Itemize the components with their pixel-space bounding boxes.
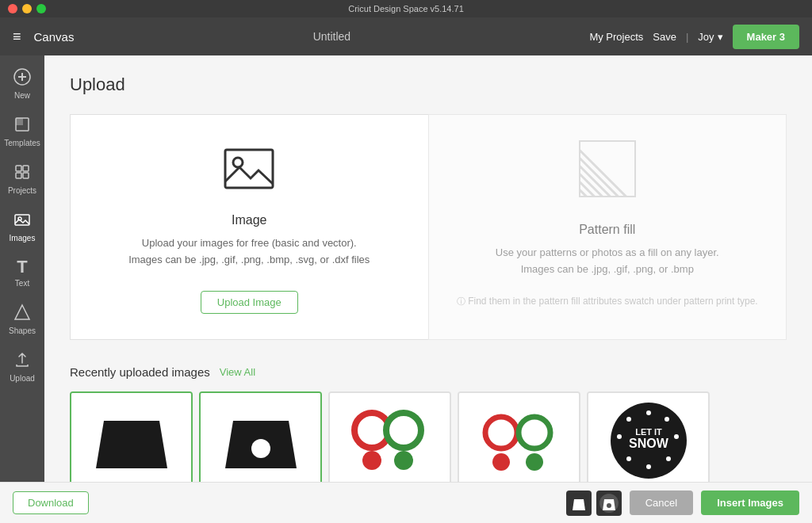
- svg-point-27: [665, 417, 669, 422]
- svg-point-22: [519, 417, 550, 449]
- svg-point-13: [233, 158, 243, 167]
- recently-title: Recently uploaded images: [70, 365, 210, 379]
- download-button[interactable]: Download: [13, 491, 89, 514]
- sidebar-text-label: Text: [15, 279, 29, 288]
- app-title: Cricut Design Space v5.14.71: [348, 4, 464, 13]
- fullscreen-button[interactable]: [36, 4, 46, 13]
- svg-point-31: [626, 456, 631, 461]
- hamburger-button[interactable]: ≡: [13, 29, 21, 45]
- svg-point-16: [251, 439, 270, 458]
- header-right: My Projects Save | Joy ▾ Maker 3: [589, 25, 799, 49]
- minimize-button[interactable]: [22, 4, 32, 13]
- svg-rect-9: [15, 215, 29, 225]
- svg-point-20: [394, 451, 413, 470]
- cancel-button[interactable]: Cancel: [630, 491, 693, 515]
- image-panel-icon: [220, 140, 278, 200]
- sidebar-projects-label: Projects: [8, 186, 36, 195]
- svg-point-26: [646, 410, 651, 415]
- page-title: Upload: [70, 74, 787, 95]
- svg-text:SNOW: SNOW: [629, 437, 669, 450]
- svg-marker-11: [15, 305, 29, 319]
- pattern-fill-panel: Pattern fill Use your patterns or photos…: [428, 114, 787, 340]
- sidebar-templates-label: Templates: [4, 139, 40, 147]
- image-panel-title: Image: [232, 213, 266, 227]
- content-area: Upload Image Upload your images for free: [44, 55, 812, 523]
- svg-point-19: [362, 451, 381, 470]
- my-projects-button[interactable]: My Projects: [589, 31, 643, 43]
- main-layout: New Templates: [0, 55, 812, 523]
- sidebar: New Templates: [0, 55, 44, 523]
- svg-marker-14: [96, 421, 167, 468]
- svg-rect-4: [16, 118, 23, 125]
- shapes-icon: [13, 303, 31, 323]
- view-all-link[interactable]: View All: [220, 366, 255, 378]
- save-button[interactable]: Save: [653, 31, 676, 43]
- svg-point-23: [492, 453, 510, 471]
- selected-thumb-2: [596, 491, 622, 516]
- projects-icon: [13, 163, 31, 183]
- svg-marker-37: [573, 499, 585, 510]
- app-header: ≡ Canvas Untitled My Projects Save | Joy…: [0, 17, 812, 55]
- image-upload-panel: Image Upload your images for free (basic…: [70, 114, 428, 340]
- svg-rect-6: [23, 166, 29, 171]
- svg-rect-7: [16, 173, 21, 178]
- new-icon: [13, 68, 31, 88]
- upload-image-button[interactable]: Upload Image: [201, 291, 298, 314]
- upload-panels: Image Upload your images for free (basic…: [70, 114, 787, 340]
- sidebar-item-new[interactable]: New: [0, 62, 44, 106]
- text-icon: T: [17, 258, 27, 276]
- bottom-right: Cancel Insert Images: [566, 491, 799, 516]
- maker-button[interactable]: Maker 3: [733, 25, 799, 49]
- svg-point-30: [646, 464, 651, 469]
- svg-rect-12: [225, 150, 273, 188]
- close-button[interactable]: [8, 4, 17, 13]
- selected-thumbnails: [566, 491, 622, 516]
- pattern-panel-desc: Use your patterns or photos as a fill on…: [496, 245, 719, 278]
- title-bar: Cricut Design Space v5.14.71: [0, 0, 812, 17]
- svg-text:LET IT: LET IT: [635, 427, 662, 437]
- project-title: Untitled: [86, 30, 576, 43]
- bottom-bar: Download Can: [0, 482, 812, 523]
- images-icon: [13, 211, 31, 231]
- user-menu-button[interactable]: Joy ▾: [698, 31, 722, 43]
- svg-point-21: [485, 417, 517, 449]
- svg-rect-5: [16, 166, 21, 171]
- svg-point-28: [674, 434, 679, 439]
- insert-images-button[interactable]: Insert Images: [701, 491, 799, 515]
- svg-rect-8: [23, 173, 29, 178]
- svg-point-33: [626, 417, 631, 422]
- upload-icon: [13, 351, 31, 371]
- pattern-panel-icon: [579, 140, 636, 210]
- sidebar-images-label: Images: [10, 234, 36, 242]
- selected-thumb-1: [566, 491, 592, 516]
- pattern-panel-note: ⓘ Find them in the pattern fill attribut…: [457, 294, 758, 309]
- svg-point-29: [666, 456, 671, 461]
- recently-section-header: Recently uploaded images View All: [70, 365, 787, 379]
- svg-point-40: [607, 503, 611, 508]
- sidebar-item-upload[interactable]: Upload: [0, 345, 44, 389]
- sidebar-item-shapes[interactable]: Shapes: [0, 297, 44, 342]
- svg-point-24: [526, 453, 543, 471]
- svg-point-18: [386, 413, 421, 448]
- sidebar-upload-label: Upload: [10, 374, 35, 383]
- svg-point-32: [617, 434, 622, 439]
- templates-icon: [13, 116, 31, 136]
- sidebar-item-images[interactable]: Images: [0, 204, 44, 249]
- sidebar-new-label: New: [14, 91, 30, 100]
- sidebar-item-text[interactable]: T Text: [0, 252, 44, 294]
- canvas-label: Canvas: [34, 30, 75, 44]
- sidebar-shapes-label: Shapes: [9, 326, 36, 335]
- divider: |: [686, 31, 688, 43]
- sidebar-item-projects[interactable]: Projects: [0, 157, 44, 201]
- pattern-panel-title: Pattern fill: [579, 223, 635, 237]
- sidebar-item-templates[interactable]: Templates: [0, 109, 44, 154]
- image-panel-desc: Upload your images for free (basic and v…: [128, 235, 370, 269]
